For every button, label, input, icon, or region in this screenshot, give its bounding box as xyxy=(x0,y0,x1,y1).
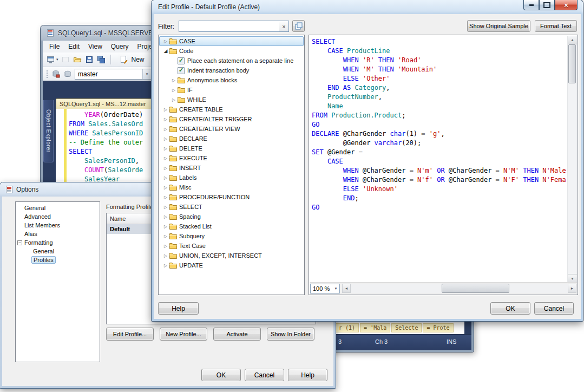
profile-tree-item-labels[interactable]: ▷Labels xyxy=(159,173,304,182)
new-query-button[interactable]: New xyxy=(132,56,145,63)
profile-tree-item-subquery[interactable]: ▷Subquery xyxy=(159,231,304,241)
collapse-box-icon[interactable]: − xyxy=(17,240,22,245)
scroll-left-arrow[interactable]: ◄ xyxy=(342,284,351,293)
profile-tree-item-anonymous-blocks[interactable]: ▷Anonymous blocks xyxy=(159,75,304,85)
profile-tree-item-text-case[interactable]: ▷Text Case xyxy=(159,241,304,251)
profile-tree-item-select[interactable]: ▷SELECT xyxy=(159,202,304,212)
profile-tree-item-create-alter-view[interactable]: ▷CREATE/ALTER VIEW xyxy=(159,124,304,134)
new-profile-button[interactable]: New Profile... xyxy=(160,328,207,341)
profile-tree-item-misc[interactable]: ▷Misc xyxy=(159,182,304,192)
collapse-all-button[interactable] xyxy=(292,20,305,32)
expand-icon[interactable]: ▷ xyxy=(170,78,178,83)
minimize-button[interactable] xyxy=(523,0,539,10)
scrollbar-track[interactable] xyxy=(351,284,568,293)
scrollbar-thumb[interactable] xyxy=(442,284,509,293)
scroll-right-arrow[interactable]: ► xyxy=(568,284,576,293)
filter-input[interactable] xyxy=(179,21,280,32)
show-original-sample-button[interactable]: Show Original Sample xyxy=(467,20,530,32)
options-tree-item-general[interactable]: General xyxy=(16,204,100,212)
expand-icon[interactable]: ▷ xyxy=(162,234,169,239)
expand-icon[interactable]: ▷ xyxy=(162,107,169,112)
format-text-button[interactable]: Format Text xyxy=(535,20,577,32)
profile-tree-item-declare[interactable]: ▷DECLARE xyxy=(159,134,304,143)
options-tree-item-list-members[interactable]: List Members xyxy=(16,221,100,230)
profile-tree-item-create-table[interactable]: ▷CREATE TABLE xyxy=(159,104,304,114)
collapse-icon[interactable]: ◢ xyxy=(162,48,169,54)
menu-item-query[interactable]: Query xyxy=(107,41,133,52)
cancel-button[interactable]: Cancel xyxy=(534,302,574,315)
profile-tree-item-procedure-function[interactable]: ▷PROCEDURE/FUNCTION xyxy=(159,192,304,202)
menu-item-file[interactable]: File xyxy=(45,41,64,52)
profile-tree-item-insert[interactable]: ▷INSERT xyxy=(159,163,304,173)
edit-profile-button[interactable]: Edit Profile... xyxy=(106,328,154,341)
clear-filter-button[interactable]: × xyxy=(279,21,289,32)
maximize-button[interactable] xyxy=(539,0,555,10)
checkbox[interactable]: ✓ xyxy=(178,57,185,64)
save-all-icon[interactable] xyxy=(97,55,106,64)
cancel-button[interactable]: Cancel xyxy=(245,369,284,381)
save-icon[interactable] xyxy=(85,55,94,64)
activate-button[interactable]: Activate xyxy=(213,328,261,341)
profile-tree-item-place-each-statement-on-a-separate-line[interactable]: ✓Place each statement on a separate line xyxy=(159,56,304,66)
scroll-up-arrow[interactable]: ▲ xyxy=(568,36,577,44)
profile-tree-item-stacked-list[interactable]: ▷Stacked List xyxy=(159,221,304,231)
show-in-folder-button[interactable]: Show In Folder xyxy=(267,328,314,341)
profile-tree-item-case[interactable]: ▷CASE xyxy=(159,36,304,46)
profile-tree-item-create-alter-trigger[interactable]: ▷CREATE/ALTER TRIGGER xyxy=(159,114,304,124)
profile-tree-item-if[interactable]: ▷IF xyxy=(159,85,304,95)
options-tree-item-alias[interactable]: Alias xyxy=(16,230,100,238)
change-connection-icon[interactable] xyxy=(51,70,60,79)
menu-item-view[interactable]: View xyxy=(84,41,107,52)
scroll-down-arrow[interactable]: ▼ xyxy=(568,274,577,283)
profile-tree-item-union-except-intersect[interactable]: ▷UNION, EXCEPT, INTERSECT xyxy=(159,251,304,260)
profile-tree-item-indent-transaction-body[interactable]: ✓Indent transaction body xyxy=(159,66,304,75)
profile-tree-item-code[interactable]: ◢Code xyxy=(159,46,304,56)
expand-icon[interactable]: ▷ xyxy=(162,127,169,132)
checkbox[interactable]: ✓ xyxy=(178,67,185,74)
expand-icon[interactable]: ▷ xyxy=(162,205,169,210)
help-button[interactable]: Help xyxy=(288,369,327,381)
options-tree-item-profiles[interactable]: Profiles xyxy=(16,256,100,264)
profile-tree-item-execute[interactable]: ▷EXECUTE xyxy=(159,153,304,163)
horizontal-scrollbar[interactable]: ◄ ► xyxy=(342,284,576,293)
scrollbar-thumb[interactable] xyxy=(568,44,576,83)
expand-icon[interactable]: ▷ xyxy=(162,195,169,200)
vertical-scrollbar[interactable]: ▲ ▼ xyxy=(567,36,577,283)
expand-icon[interactable]: ▷ xyxy=(162,244,169,249)
object-explorer-tab[interactable]: Object Explorer xyxy=(43,100,54,162)
zoom-level-combo[interactable]: 100 % ▾ xyxy=(310,284,340,293)
expand-icon[interactable]: ▷ xyxy=(162,39,169,44)
expand-icon[interactable]: ▷ xyxy=(162,166,169,171)
expand-icon[interactable]: ▷ xyxy=(162,156,169,161)
profile-tree-item-delete[interactable]: ▷DELETE xyxy=(159,143,304,153)
chevron-down-icon[interactable]: ▾ xyxy=(56,57,58,62)
new-query-icon[interactable] xyxy=(120,55,129,64)
options-tree-item-general[interactable]: General xyxy=(16,247,100,256)
options-tree-item-advanced[interactable]: Advanced xyxy=(16,212,100,221)
profile-tree-item-while[interactable]: ▷WHILE xyxy=(159,95,304,104)
chevron-down-icon[interactable]: ▾ xyxy=(142,69,151,79)
chevron-down-icon[interactable]: ▾ xyxy=(332,286,339,291)
expand-icon[interactable]: ▷ xyxy=(162,253,169,258)
open-file-icon[interactable] xyxy=(73,55,82,64)
editor-tab[interactable]: SQLQuery1.sql - MS...12.master xyxy=(56,99,152,109)
profile-tree-item-spacing[interactable]: ▷Spacing xyxy=(159,212,304,221)
toolbar-grip[interactable] xyxy=(46,70,48,79)
expand-icon[interactable]: ▷ xyxy=(162,136,169,141)
close-button[interactable]: × xyxy=(555,0,578,10)
expand-icon[interactable]: ▷ xyxy=(162,263,169,268)
menu-item-edit[interactable]: Edit xyxy=(64,41,84,52)
options-tree-item-formatting[interactable]: −Formatting xyxy=(16,238,100,247)
help-button[interactable]: Help xyxy=(158,302,199,315)
ok-button[interactable]: OK xyxy=(490,302,530,315)
expand-icon[interactable]: ▷ xyxy=(162,185,169,190)
expand-icon[interactable]: ▷ xyxy=(170,88,178,93)
database-combo[interactable]: master ▾ xyxy=(75,69,152,80)
expand-icon[interactable]: ▷ xyxy=(162,117,169,122)
connect-icon[interactable] xyxy=(46,55,55,64)
expand-icon[interactable]: ▷ xyxy=(162,146,169,151)
expand-icon[interactable]: ▷ xyxy=(170,97,178,102)
expand-icon[interactable]: ▷ xyxy=(162,224,169,229)
profile-tree-item-update[interactable]: ▷UPDATE xyxy=(159,260,304,270)
expand-icon[interactable]: ▷ xyxy=(162,175,169,180)
